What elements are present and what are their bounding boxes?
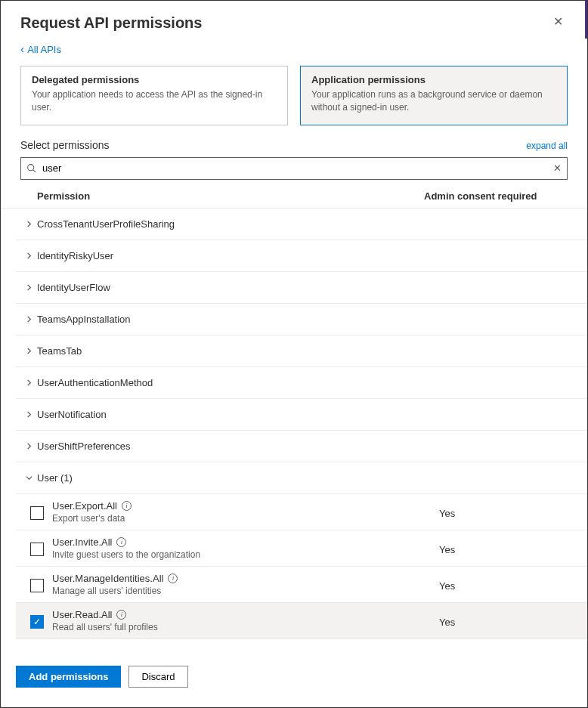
permission-group-row[interactable]: User (1): [16, 462, 587, 494]
delegated-desc: Your application needs to access the API…: [32, 88, 277, 114]
application-permissions-card[interactable]: Application permissions Your application…: [300, 66, 568, 125]
chevron-right-icon: [22, 442, 36, 450]
column-header-permission: Permission: [37, 190, 424, 202]
info-icon[interactable]: i: [116, 537, 126, 547]
permission-group-label: TeamsAppInstallation: [36, 314, 131, 325]
permission-group-row[interactable]: IdentityUserFlow: [16, 272, 587, 304]
info-icon[interactable]: i: [122, 501, 132, 511]
permission-group-row[interactable]: UserNotification: [16, 399, 587, 431]
select-permissions-label: Select permissions: [20, 139, 110, 151]
column-header-admin: Admin consent required: [424, 190, 568, 202]
permission-group-label: IdentityRiskyUser: [36, 250, 113, 261]
info-icon[interactable]: i: [168, 574, 178, 583]
permission-group-row[interactable]: IdentityRiskyUser: [16, 240, 587, 272]
permission-row[interactable]: User.Invite.All iInvite guest users to t…: [16, 530, 587, 567]
add-permissions-button[interactable]: Add permissions: [16, 666, 121, 688]
close-icon[interactable]: ✕: [549, 14, 568, 29]
panel-accent: [585, 1, 587, 39]
permission-row[interactable]: ✓User.Read.All iRead all users' full pro…: [16, 603, 587, 639]
chevron-right-icon: [22, 379, 36, 387]
permissions-scroll-area[interactable]: CrossTenantUserProfileSharingIdentityRis…: [16, 209, 587, 643]
permission-description: Read all users' full profiles: [52, 622, 432, 632]
admin-consent-value: Yes: [439, 609, 583, 628]
chevron-right-icon: [22, 315, 36, 323]
permission-group-label: UserNotification: [36, 409, 107, 420]
permission-group-label: UserAuthenticationMethod: [36, 377, 153, 388]
permission-row[interactable]: User.ManageIdentities.All iManage all us…: [16, 567, 587, 603]
chevron-right-icon: [22, 252, 36, 260]
chevron-right-icon: [22, 220, 36, 228]
admin-consent-value: Yes: [439, 536, 583, 555]
info-icon[interactable]: i: [116, 610, 126, 620]
delegated-permissions-card[interactable]: Delegated permissions Your application n…: [20, 66, 288, 125]
permission-group-row[interactable]: UserAuthenticationMethod: [16, 367, 587, 399]
chevron-down-icon: [22, 474, 36, 482]
permission-name: User.Export.All i: [52, 500, 432, 512]
admin-consent-value: Yes: [439, 500, 583, 519]
permission-group-label: UserShiftPreferences: [36, 441, 131, 452]
permission-name: User.Invite.All i: [52, 536, 432, 548]
search-input[interactable]: [20, 157, 568, 180]
application-desc: Your application runs as a background se…: [311, 88, 556, 114]
permission-row[interactable]: User.Export.All iExport user's dataYes: [16, 494, 587, 530]
permission-checkbox[interactable]: [30, 543, 44, 556]
permission-group-label: TeamsTab: [36, 345, 82, 357]
permission-name: User.Read.All i: [52, 609, 432, 620]
permission-group-row[interactable]: TeamsAppInstallation: [16, 304, 587, 335]
permission-name: User.ManageIdentities.All i: [52, 573, 432, 584]
chevron-right-icon: [22, 410, 36, 419]
delegated-title: Delegated permissions: [32, 74, 277, 85]
chevron-right-icon: [22, 283, 36, 292]
permission-description: Invite guest users to the organization: [52, 549, 432, 560]
permission-group-label: IdentityUserFlow: [36, 282, 110, 293]
permission-group-row[interactable]: TeamsTab: [16, 335, 587, 367]
permission-group-row[interactable]: CrossTenantUserProfileSharing: [16, 209, 587, 240]
permission-group-label: CrossTenantUserProfileSharing: [36, 218, 175, 230]
clear-search-icon[interactable]: ✕: [553, 162, 562, 174]
back-all-apis-link[interactable]: All APIs: [20, 44, 61, 55]
discard-button[interactable]: Discard: [128, 666, 187, 688]
permission-checkbox[interactable]: [30, 579, 44, 592]
permission-description: Export user's data: [52, 513, 432, 524]
permission-description: Manage all users' identities: [52, 586, 432, 596]
chevron-right-icon: [22, 347, 36, 355]
page-title: Request API permissions: [20, 14, 202, 32]
permission-checkbox[interactable]: ✓: [30, 615, 44, 629]
permission-group-label: User (1): [36, 472, 73, 484]
expand-all-link[interactable]: expand all: [526, 141, 568, 151]
permission-checkbox[interactable]: [30, 506, 44, 520]
permission-group-row[interactable]: UserShiftPreferences: [16, 431, 587, 462]
application-title: Application permissions: [311, 74, 556, 85]
admin-consent-value: Yes: [439, 573, 583, 592]
